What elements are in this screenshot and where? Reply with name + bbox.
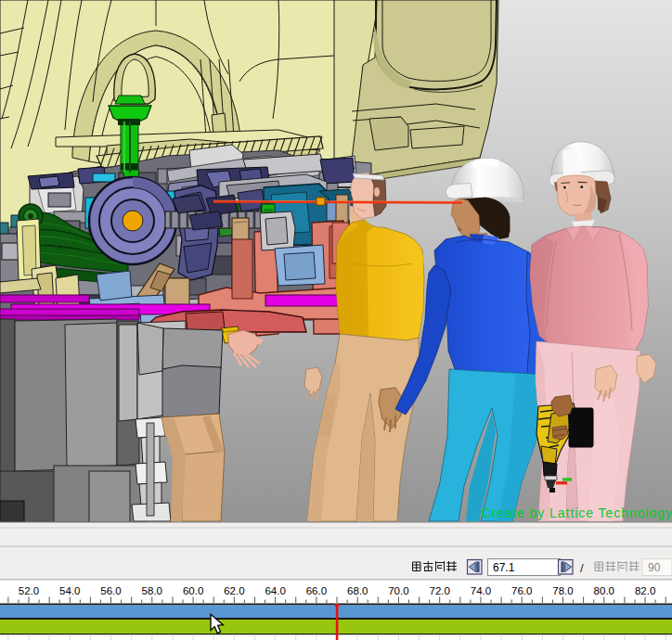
svg-text:56.0: 56.0 [100, 585, 121, 596]
svg-text:67.1: 67.1 [493, 561, 515, 574]
svg-text:80.0: 80.0 [594, 585, 614, 596]
svg-text:54.0: 54.0 [59, 585, 80, 596]
svg-text:Create by Lattice Technology: Create by Lattice Technology [481, 506, 672, 520]
svg-text:70.0: 70.0 [388, 585, 408, 596]
svg-text:82.0: 82.0 [635, 585, 655, 596]
svg-text:58.0: 58.0 [142, 585, 162, 596]
svg-text:52.0: 52.0 [19, 585, 39, 596]
svg-text:78.0: 78.0 [552, 585, 573, 596]
svg-text:74.0: 74.0 [471, 585, 491, 596]
svg-text:66.0: 66.0 [306, 585, 327, 596]
svg-text:72.0: 72.0 [430, 585, 450, 596]
svg-text:62.0: 62.0 [224, 585, 244, 596]
svg-text:68.0: 68.0 [347, 585, 368, 596]
svg-text:90: 90 [648, 561, 661, 574]
svg-text:64.0: 64.0 [265, 585, 285, 596]
svg-text:/: / [580, 561, 584, 575]
svg-text:76.0: 76.0 [511, 585, 532, 596]
svg-text:60.0: 60.0 [183, 585, 203, 596]
